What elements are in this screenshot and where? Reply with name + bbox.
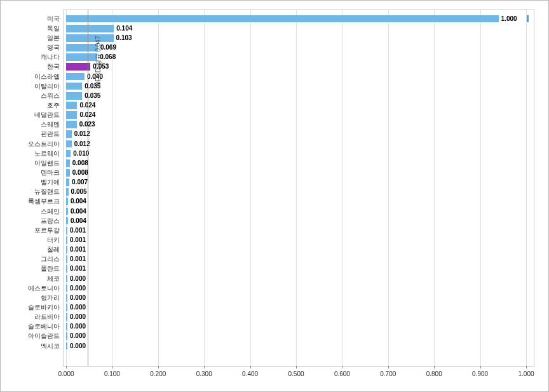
reference-line (88, 10, 88, 366)
grid-line (526, 10, 527, 366)
bar (66, 83, 82, 90)
category-label: 라트비아 (34, 313, 60, 321)
bar-value-label: 0.103 (116, 34, 132, 42)
bar-value-label: 0.004 (71, 198, 86, 205)
bar-value-label: 0.001 (70, 227, 86, 234)
category-label: 에스토니아 (28, 285, 60, 292)
bar (66, 34, 114, 42)
bar (66, 217, 68, 225)
category-label: 핀란드 (41, 130, 60, 138)
bar-value-label: 0.008 (72, 159, 88, 167)
category-label: 터키 (47, 236, 60, 244)
bar (66, 304, 67, 311)
x-tick-label: 0.200 (150, 370, 166, 377)
category-label: 영국 (47, 44, 60, 51)
x-tick-label: 0.500 (288, 370, 304, 377)
category-label: 덴마크 (41, 169, 60, 177)
x-tick-mark (526, 366, 527, 368)
category-label: 헝가리 (41, 294, 60, 302)
bar (66, 140, 72, 148)
bar (66, 159, 70, 167)
bar (66, 246, 67, 253)
category-label: 슬로바키아 (28, 304, 60, 311)
bar (66, 255, 67, 263)
bar (66, 285, 67, 292)
bar (66, 265, 67, 273)
grid-line (342, 10, 342, 366)
end-marker (527, 15, 529, 23)
category-label: 미국 (47, 15, 60, 23)
category-label: 일본 (47, 34, 60, 42)
bar-value-label: 1.000 (501, 15, 517, 23)
x-tick-label: 0.800 (426, 370, 442, 377)
bar-value-label: 0.000 (70, 304, 86, 311)
bar (66, 332, 67, 340)
bar (66, 198, 68, 205)
bar (66, 25, 114, 32)
bar-value-label: 0.007 (72, 179, 88, 186)
category-label: 스웨덴 (41, 121, 60, 128)
x-tick-mark (434, 366, 435, 368)
bar (66, 294, 67, 302)
bar (66, 73, 85, 81)
bar-value-label: 0.000 (70, 285, 86, 292)
bar-value-label: 0.001 (70, 265, 86, 273)
category-label: 스위스 (41, 92, 60, 100)
category-label: 이스라엘 (34, 73, 60, 81)
category-label: 포르투갈 (34, 227, 60, 234)
bar-value-label: 0.004 (71, 208, 86, 215)
category-label: 오스트리아 (28, 140, 60, 148)
x-tick-mark (342, 366, 342, 368)
bar-value-label: 0.001 (70, 236, 86, 244)
x-tick-mark (112, 366, 112, 368)
category-label: 멕시코 (41, 342, 60, 350)
bar-value-label: 0.000 (70, 323, 86, 330)
bar-value-label: 0.004 (71, 217, 86, 225)
category-label: 칠레 (47, 246, 60, 253)
category-label: 호주 (47, 102, 60, 109)
bar-value-label: 0.000 (70, 313, 86, 321)
grid-line (480, 10, 481, 366)
bar (66, 53, 97, 61)
x-tick-mark (296, 366, 297, 368)
bar (66, 111, 77, 119)
bar (66, 188, 69, 196)
category-label: 프랑스 (41, 217, 60, 225)
plot-area: 0.0000.1000.2000.3000.4000.5000.6000.700… (63, 10, 534, 367)
category-label: 벨기에 (41, 179, 60, 186)
x-tick-label: 0.400 (242, 370, 258, 377)
x-tick-mark (250, 366, 251, 368)
x-tick-mark (204, 366, 205, 368)
bar-value-label: 0.000 (70, 294, 86, 302)
x-tick-label: 0.300 (196, 370, 212, 377)
x-tick-mark (158, 366, 159, 368)
bar (66, 208, 68, 215)
bar (66, 323, 67, 330)
x-tick-label: 0.600 (334, 370, 350, 377)
x-tick-mark (480, 366, 481, 368)
bar-value-label: 0.000 (70, 342, 86, 350)
category-label: 한국 (47, 63, 60, 71)
bar (66, 44, 98, 51)
bar-value-label: 0.001 (70, 246, 86, 253)
bar-value-label: 0.001 (70, 255, 86, 263)
bar (66, 102, 77, 109)
category-label: 뉴질랜드 (34, 188, 60, 196)
grid-line (388, 10, 389, 366)
bar (66, 150, 71, 158)
x-tick-label: 1.000 (518, 370, 534, 377)
x-tick-label: 0.100 (104, 370, 120, 377)
bar-value-label: 0.005 (71, 188, 87, 196)
bar-value-label: 0.104 (116, 25, 132, 32)
category-label: 그리스 (41, 255, 60, 263)
bar (66, 63, 90, 71)
bar-value-label: 0.000 (70, 275, 86, 283)
bar (66, 179, 69, 186)
category-label: 슬로베니아 (28, 323, 60, 330)
reference-line-label: OECD 평균 0.047 (94, 36, 103, 86)
category-label: 캐나다 (41, 53, 60, 61)
category-label: 스페인 (41, 208, 60, 215)
category-label: 룩셈부르크 (28, 198, 60, 205)
chart-container: 0.0000.1000.2000.3000.4000.5000.6000.700… (0, 0, 549, 392)
category-label: 아일랜드 (34, 159, 60, 167)
